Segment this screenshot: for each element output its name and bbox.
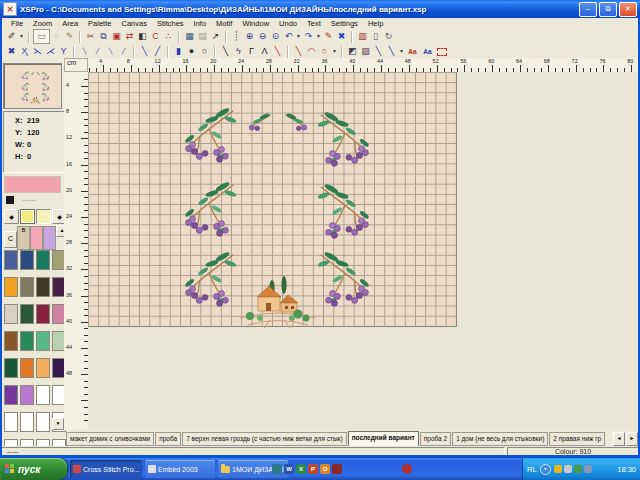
select-modify-button[interactable]: ✎ — [63, 30, 76, 43]
palette-swatch[interactable] — [20, 304, 34, 324]
three-quarter-stitch-b-button[interactable]: ⋋ — [31, 45, 44, 58]
menu-palette[interactable]: Palette — [83, 19, 116, 28]
long-stitch-dropdown[interactable]: ▾ — [398, 45, 405, 58]
copy-button[interactable]: ⧉ — [97, 30, 110, 43]
task-button[interactable]: Cross Stitch Pro... — [70, 460, 142, 478]
half-stitch-forward-button[interactable]: ╱ — [151, 45, 164, 58]
palette-swatch[interactable] — [20, 250, 34, 270]
select-freehand-button[interactable]: ◌ — [50, 30, 63, 43]
export-save-button[interactable]: ▥ — [356, 30, 369, 43]
thread-column-button[interactable]: ┊ — [230, 30, 243, 43]
undo-dropdown[interactable]: ▾ — [295, 30, 302, 43]
select-rectangle-button[interactable]: ▭ — [33, 29, 50, 44]
half-stitch-back-button[interactable]: ╲ — [138, 45, 151, 58]
selected-thread-swatch[interactable] — [20, 209, 35, 224]
text-red-button[interactable]: Aa — [405, 45, 420, 58]
palette-swatch[interactable] — [36, 358, 50, 378]
zoom-actual-button[interactable]: ⊙ — [269, 30, 282, 43]
close-button[interactable]: ✕ — [619, 2, 637, 17]
zoom-in-button[interactable]: ⊕ — [243, 30, 256, 43]
palette-swatch[interactable] — [20, 412, 34, 432]
select-stitches-button[interactable] — [435, 45, 448, 58]
colours-button[interactable]: C — [4, 231, 17, 248]
design-tab[interactable]: последний вариант — [348, 431, 419, 447]
design-tab[interactable]: 1 дом (не весь для стыковки) — [452, 432, 548, 446]
palette-swatch[interactable] — [36, 331, 50, 351]
menu-zoom[interactable]: Zoom — [28, 19, 57, 28]
palette-swatch[interactable] — [36, 385, 50, 405]
start-button[interactable]: пуск — [0, 458, 67, 480]
palette-scroll-down[interactable]: ▼ — [52, 418, 64, 430]
undo-button[interactable]: ↶ — [282, 30, 295, 43]
redo-dropdown[interactable]: ▾ — [315, 30, 322, 43]
restore-button[interactable]: ⧉ — [599, 2, 617, 17]
cut-button[interactable]: ✂ — [84, 30, 97, 43]
tray-update[interactable] — [574, 465, 582, 473]
blend-bar-3[interactable] — [43, 226, 56, 250]
tray-chevron-icon[interactable]: ◄ — [540, 464, 551, 475]
export-page-button[interactable]: ▯ — [369, 30, 382, 43]
palette-swatch[interactable] — [36, 412, 50, 432]
design-tab[interactable]: проба — [155, 432, 181, 446]
menu-area[interactable]: Area — [57, 19, 83, 28]
canvas-area[interactable] — [88, 72, 640, 430]
palette-swatch[interactable] — [4, 277, 18, 297]
menu-settings[interactable]: Settings — [326, 19, 363, 28]
pen-mode-button[interactable]: ✎ — [322, 30, 335, 43]
task-button[interactable]: Embird 2003 — [145, 460, 215, 478]
three-quarter-stitch-c-button[interactable]: ⋌ — [44, 45, 57, 58]
long-stitch-a-button[interactable]: ╲ — [372, 45, 385, 58]
ql-display[interactable] — [272, 464, 282, 474]
alternate-thread-swatch[interactable] — [36, 209, 51, 224]
menu-help[interactable]: Help — [363, 19, 388, 28]
design-tab[interactable]: макет домик с оливочками — [66, 432, 154, 446]
prev-thread-button[interactable]: ◆ — [4, 209, 19, 224]
quarter-stitch-a-button[interactable]: ╲ — [78, 45, 91, 58]
menu-stitches[interactable]: Stitches — [152, 19, 189, 28]
tray-network[interactable] — [584, 465, 592, 473]
palette-swatch[interactable] — [20, 385, 34, 405]
arrow-mode-button[interactable]: ↗ — [209, 30, 222, 43]
zoom-out-button[interactable]: ⊖ — [256, 30, 269, 43]
tray-app[interactable] — [564, 465, 572, 473]
palette-swatch[interactable] — [36, 304, 50, 324]
motif-tool-button[interactable]: ◩ — [346, 45, 359, 58]
blend-bar-1[interactable]: B — [17, 226, 30, 250]
design-tab[interactable]: 2 правая ниж гр — [549, 432, 605, 446]
palette-swatch[interactable] — [20, 358, 34, 378]
thread-sample-swatch[interactable] — [6, 196, 14, 204]
backstitch-corner-button[interactable]: Γ — [245, 45, 258, 58]
palette-swatch[interactable] — [4, 331, 18, 351]
menu-info[interactable]: Info — [189, 19, 212, 28]
ql-excel[interactable]: X — [296, 464, 306, 474]
export-copy-button[interactable]: ↻ — [382, 30, 395, 43]
ql-app-red[interactable]: P — [308, 464, 318, 474]
quarter-stitch-d-button[interactable]: ╱ — [117, 45, 130, 58]
palette-swatch[interactable] — [36, 277, 50, 297]
backstitch-red-button[interactable]: ╲ — [271, 45, 284, 58]
menu-file[interactable]: File — [6, 19, 28, 28]
taskbar-extra-icon[interactable] — [402, 464, 412, 474]
design-tab[interactable]: проба 2 — [420, 432, 451, 446]
blend-bar-2[interactable] — [30, 226, 43, 250]
palette-swatch[interactable] — [4, 412, 18, 432]
blends-button[interactable]: B — [18, 227, 29, 233]
palette-swatch[interactable] — [20, 277, 34, 297]
tab-scroll-left[interactable]: ◄ — [613, 432, 625, 446]
ql-app-orange[interactable]: O — [320, 464, 330, 474]
hollow-bead-button[interactable]: ○ — [198, 45, 211, 58]
redo-button[interactable]: ↷ — [302, 30, 315, 43]
palette-swatch[interactable] — [20, 331, 34, 351]
palette-swatch[interactable] — [4, 304, 18, 324]
three-quarter-stitch-a-button[interactable]: Ҳ — [18, 45, 31, 58]
rotate-button[interactable]: C — [149, 30, 162, 43]
print-button[interactable]: ▤ — [196, 30, 209, 43]
curve-circle-button[interactable]: ○ — [318, 45, 331, 58]
tab-scroll-right[interactable]: ► — [626, 432, 638, 446]
menu-text[interactable]: Text — [302, 19, 326, 28]
draw-tool-dropdown[interactable]: ▾ — [18, 30, 25, 43]
palette-swatch[interactable] — [4, 385, 18, 405]
backstitch-zigzag-button[interactable]: ϟ — [232, 45, 245, 58]
quarter-stitch-c-button[interactable]: ╲ — [104, 45, 117, 58]
exchange-button[interactable]: ⇄ — [123, 30, 136, 43]
